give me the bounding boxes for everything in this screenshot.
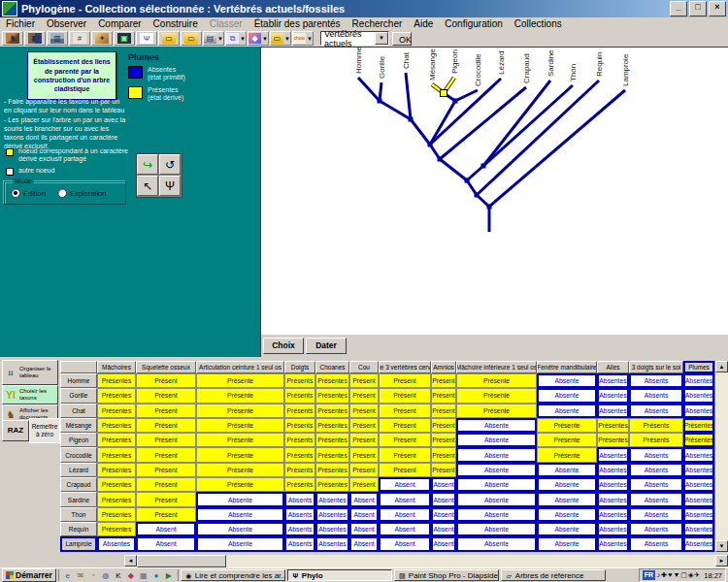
taxon-label[interactable]: Requin — [595, 52, 604, 77]
matrix-cell[interactable]: Absent — [431, 522, 456, 536]
matrix-cell[interactable]: Présente — [196, 388, 284, 403]
matrix-cell[interactable]: Absente — [537, 388, 597, 403]
matrix-cell[interactable]: Absente — [456, 507, 537, 522]
matrix-cell[interactable]: Présent — [431, 373, 456, 388]
matrix-cell[interactable]: Présente — [456, 404, 537, 418]
tray-icon[interactable]: ▼ — [673, 570, 679, 580]
column-header[interactable]: Ailes — [597, 361, 629, 373]
matrix-cell[interactable]: Absent — [136, 522, 196, 536]
matrix-cell[interactable]: Présent — [136, 433, 196, 447]
vscroll-track[interactable] — [715, 372, 728, 540]
choix-button[interactable]: choix▼ — [292, 31, 314, 46]
taxon-label[interactable]: Chat — [402, 51, 411, 69]
combo-dropdown-icon[interactable]: ▼ — [375, 32, 388, 45]
matrix-cell[interactable]: Absent — [431, 507, 456, 522]
column-header[interactable]: Choanes — [315, 361, 349, 373]
matrix-cell[interactable]: Présentes — [315, 418, 349, 433]
row-header-lézard[interactable]: Lézard — [60, 463, 97, 477]
matrix-cell[interactable]: Présente — [456, 388, 537, 403]
mail-icon[interactable]: ✉ — [75, 570, 86, 581]
tree-node[interactable] — [453, 99, 458, 104]
matrix-cell[interactable]: Absentes — [315, 522, 349, 536]
paint-icon[interactable]: ◆ — [125, 570, 137, 581]
matrix-cell[interactable]: Absentes — [315, 507, 349, 522]
matrix-cell[interactable]: Absentes — [683, 477, 714, 492]
matrix-cell[interactable]: Absente — [456, 447, 537, 462]
matrix-cell[interactable]: Absent — [349, 507, 379, 522]
matrix-cell[interactable]: Présente — [196, 463, 284, 477]
matrix-cell[interactable]: Présent — [379, 388, 431, 403]
matrix-cell[interactable]: Présentes — [97, 433, 136, 447]
tree-node[interactable] — [465, 178, 470, 183]
matrix-cell[interactable]: Présent — [379, 418, 431, 433]
row-header-pigeon[interactable]: Pigeon — [60, 433, 97, 447]
matrix-cell[interactable]: Absents — [629, 447, 683, 462]
menu-collections[interactable]: Collections — [509, 18, 568, 29]
raz-button[interactable]: RAZ — [2, 420, 29, 441]
matrix-cell[interactable]: Absentes — [683, 388, 714, 403]
close-button[interactable]: × — [709, 1, 726, 16]
matrix-cell[interactable]: Présent — [349, 388, 379, 403]
taxon-label[interactable]: Thon — [569, 64, 578, 81]
choix-button[interactable]: Choix — [263, 338, 304, 354]
matrix-cell[interactable]: Présent — [136, 492, 196, 506]
matrix-cell[interactable]: Absents — [629, 492, 683, 506]
compare-button[interactable]: ◧ — [24, 31, 46, 46]
scroll-right-arrow[interactable]: ► — [715, 555, 728, 566]
matrix-cell[interactable]: Présent — [379, 447, 431, 462]
row-header-crocodile[interactable]: Crocodile — [60, 447, 97, 462]
start-button[interactable]: Démarrer — [2, 568, 56, 582]
menu-rechercher[interactable]: Rechercher — [347, 18, 409, 29]
matrix-cell[interactable]: Absents — [629, 463, 683, 477]
matrix-cell[interactable]: Absent — [349, 536, 379, 551]
matrix-cell[interactable]: Absent — [136, 536, 196, 551]
frames-button[interactable]: ⧉▼ — [225, 31, 247, 46]
task-paint-shop-pro-diapside-[interactable]: ▨Paint Shop Pro - Diapside... — [394, 569, 499, 581]
matrix-cell[interactable]: Présentes — [315, 477, 349, 492]
matrix-cell[interactable]: Absents — [629, 522, 683, 536]
matrix-cell[interactable]: Présentes — [315, 373, 349, 388]
matrix-cell[interactable]: Présentes — [315, 433, 349, 447]
fan-branch-tool-button[interactable]: Ψ — [159, 176, 181, 196]
matrix-cell[interactable]: Présentes — [315, 463, 349, 477]
matrix-cell[interactable]: Absentes — [597, 536, 629, 551]
matrix-cell[interactable]: Absentes — [315, 536, 349, 551]
dater-button[interactable]: Dater — [306, 338, 347, 354]
matrix-cell[interactable]: Présents — [284, 404, 315, 418]
tree-node[interactable] — [409, 117, 414, 122]
matrix-cell[interactable]: Absentes — [683, 404, 714, 418]
menu-comparer[interactable]: Comparer — [92, 18, 147, 29]
matrix-cell[interactable]: Absente — [456, 433, 537, 447]
matrix-cell[interactable]: Absents — [629, 507, 683, 522]
matrix-cell[interactable]: Absents — [284, 522, 315, 536]
column-header[interactable]: Articulation ceinture 1 seul os — [196, 361, 284, 373]
matrix-cell[interactable]: Absent — [379, 477, 431, 492]
matrix-cell[interactable]: Présente — [537, 433, 597, 447]
matrix-cell[interactable]: Absente — [537, 463, 597, 477]
matrix-cell[interactable]: Présent — [136, 477, 196, 492]
matrix-cell[interactable]: Présents — [284, 418, 315, 433]
matrix-cell[interactable]: Présentes — [597, 418, 629, 433]
matrix-cell[interactable]: Absentes — [597, 477, 629, 492]
matrix-cell[interactable]: Présents — [284, 388, 315, 403]
matrix-cell[interactable]: Présentes — [97, 373, 136, 388]
matrix-cell[interactable]: Présent — [431, 388, 456, 403]
taxon-label[interactable]: Sardine — [546, 49, 555, 77]
dropdown-arrow-icon[interactable]: ▼ — [217, 36, 223, 42]
print-button[interactable]: ▤▼ — [203, 31, 224, 46]
matrix-cell[interactable]: Absentes — [597, 492, 629, 506]
matrix-cell[interactable]: Présente — [456, 373, 537, 388]
matrix-cell[interactable]: Présentes — [97, 404, 136, 418]
taxon-label[interactable]: Crapaud — [522, 53, 531, 83]
browser-icon[interactable]: ◍ — [100, 570, 112, 581]
matrix-cell[interactable]: Absentes — [683, 447, 714, 462]
matrix-cell[interactable]: Présentes — [97, 507, 136, 522]
menu-aide[interactable]: Aide — [408, 18, 439, 29]
globe-icon[interactable]: ● — [150, 570, 162, 581]
matrix-cell[interactable]: Absentes — [597, 447, 629, 462]
minimize-button[interactable]: _ — [670, 1, 687, 16]
matrix-cell[interactable]: Présent — [136, 388, 196, 403]
matrix-cell[interactable]: Absentes — [597, 507, 629, 522]
matrix-cell[interactable]: Présent — [349, 373, 379, 388]
matrix-cell[interactable]: Absents — [629, 477, 683, 492]
